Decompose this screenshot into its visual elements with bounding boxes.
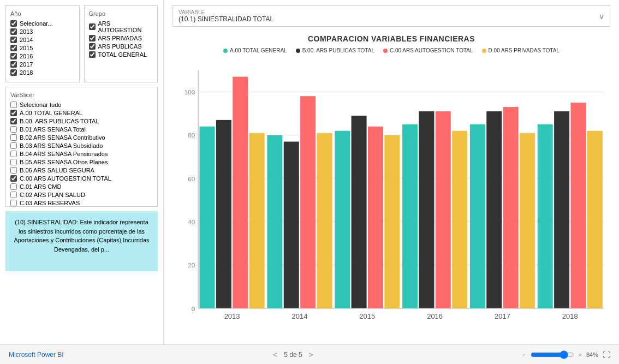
var-label: C.00 ARS AUTOGESTION TOTAL <box>20 175 111 182</box>
var-slicer-item[interactable]: C.01 ARS CMD <box>10 183 153 190</box>
var-slicer-item[interactable]: B.02 ARS SENASA Contributivo <box>10 134 153 141</box>
var-checkbox[interactable] <box>10 110 17 116</box>
svg-rect-23 <box>352 116 367 308</box>
svg-rect-32 <box>470 124 485 308</box>
year-filter-item[interactable]: 2014 <box>10 37 75 43</box>
group-checkbox[interactable] <box>89 23 96 30</box>
var-slicer-item[interactable]: B.03 ARS SENASA Subsidiado <box>10 142 153 149</box>
var-checkbox[interactable] <box>10 167 17 174</box>
group-label: ARS PRIVADAS <box>98 35 142 41</box>
year-filter-item[interactable]: 2018 <box>10 69 75 76</box>
chart-title: COMPARACION VARIABLES FINANCIERAS <box>172 34 610 43</box>
year-checkbox[interactable] <box>10 20 17 27</box>
variable-value: (10.1) SINIESTRALIDAD TOTAL <box>178 15 273 23</box>
var-label: B.02 ARS SENASA Contributivo <box>20 134 105 141</box>
var-checkbox[interactable] <box>10 118 17 124</box>
var-slicer-item[interactable]: B.06 ARS SALUD SEGURA <box>10 167 153 174</box>
legend-item: A.00 TOTAL GENERAL <box>223 47 287 53</box>
zoom-slider[interactable] <box>531 350 574 359</box>
legend-label: C.00 ARS AUTOGESTION TOTAL <box>390 47 473 53</box>
year-label: 2014 <box>20 37 33 43</box>
var-slicer-item[interactable]: C.03 ARS RESERVAS <box>10 200 153 206</box>
var-slicer-item[interactable]: Selecionar tudo <box>10 102 153 108</box>
legend-color-dot <box>296 49 300 53</box>
prev-page-button[interactable]: < <box>273 350 277 359</box>
var-checkbox[interactable] <box>10 175 17 182</box>
year-filter-item[interactable]: 2016 <box>10 53 75 59</box>
var-slicer-item[interactable]: B.05 ARS SENASA Otros Planes <box>10 159 153 165</box>
svg-text:20: 20 <box>188 261 195 268</box>
svg-rect-29 <box>436 111 451 308</box>
group-checkbox[interactable] <box>89 43 96 50</box>
var-checkbox[interactable] <box>10 134 17 141</box>
chart-area: 020406080100201320142015201620172018 <box>172 59 610 339</box>
year-checkbox[interactable] <box>10 61 17 68</box>
year-checkbox[interactable] <box>10 37 17 43</box>
legend-color-dot <box>223 49 228 53</box>
variable-selector[interactable]: VARIABLE (10.1) SINIESTRALIDAD TOTAL ∨ <box>172 5 610 27</box>
legend-color-dot <box>482 49 486 53</box>
plus-icon[interactable]: + <box>579 351 582 358</box>
var-checkbox[interactable] <box>10 183 17 190</box>
year-filter-item[interactable]: 2013 <box>10 28 75 35</box>
year-filter-item[interactable]: 2015 <box>10 45 75 51</box>
year-filter: Año Selecionar...20132014201520162017201… <box>5 5 80 82</box>
var-checkbox[interactable] <box>10 192 17 198</box>
var-checkbox[interactable] <box>10 142 17 149</box>
svg-text:2018: 2018 <box>562 312 578 320</box>
minus-icon[interactable]: − <box>522 351 526 358</box>
var-label: C.03 ARS RESERVAS <box>20 200 80 206</box>
svg-rect-18 <box>284 142 299 308</box>
group-label: ARS AUTOGESTION <box>98 20 153 33</box>
year-checkbox[interactable] <box>10 69 17 76</box>
group-label: ARS PUBLICAS <box>98 43 142 50</box>
info-box: (10) SINIESTRALIDAD: Este indicador repr… <box>5 211 158 271</box>
next-page-button[interactable]: > <box>309 350 313 359</box>
group-filter-item[interactable]: ARS PRIVADAS <box>89 35 153 41</box>
zoom-level: 84% <box>586 351 598 358</box>
year-checkbox[interactable] <box>10 28 17 35</box>
var-slicer-item[interactable]: A.00 TOTAL GENERAL <box>10 110 153 116</box>
group-checkbox[interactable] <box>89 35 96 41</box>
group-checkbox[interactable] <box>89 51 96 58</box>
year-filter-item[interactable]: 2017 <box>10 61 75 68</box>
chart-container: COMPARACION VARIABLES FINANCIERAS A.00 T… <box>172 34 610 339</box>
fullscreen-icon[interactable]: ⛶ <box>603 350 610 359</box>
legend-color-dot <box>383 49 388 53</box>
legend-item: D.00 ARS PRIVADAS TOTAL <box>482 47 560 53</box>
var-slicer-item[interactable]: C.00 ARS AUTOGESTION TOTAL <box>10 175 153 182</box>
var-label: B.04 ARS SENASA Pensionados <box>20 151 108 157</box>
var-slicer: VarSlicer Selecionar tudoA.00 TOTAL GENE… <box>5 87 158 207</box>
var-label: C.01 ARS CMD <box>20 183 61 190</box>
var-label: B.05 ARS SENASA Otros Planes <box>20 159 108 165</box>
year-checkbox[interactable] <box>10 53 17 59</box>
var-slicer-item[interactable]: B.04 ARS SENASA Pensionados <box>10 151 153 157</box>
var-slicer-item[interactable]: B.01 ARS SENASA Total <box>10 126 153 133</box>
group-filter-item[interactable]: ARS PUBLICAS <box>89 43 153 50</box>
var-checkbox[interactable] <box>10 102 17 108</box>
year-filter-item[interactable]: Selecionar... <box>10 20 75 27</box>
var-label: Selecionar tudo <box>20 102 61 108</box>
var-checkbox[interactable] <box>10 151 17 157</box>
pagination-controls: < 5 de 5 > <box>273 350 313 359</box>
svg-rect-15 <box>249 133 265 308</box>
group-filter-item[interactable]: ARS AUTOGESTION <box>89 20 153 33</box>
chevron-down-icon: ∨ <box>599 12 604 21</box>
svg-text:2017: 2017 <box>495 312 510 320</box>
var-slicer-item[interactable]: B.00. ARS PUBLICAS TOTAL <box>10 118 153 124</box>
var-checkbox[interactable] <box>10 126 17 133</box>
var-checkbox[interactable] <box>10 200 17 206</box>
year-checkbox[interactable] <box>10 45 17 51</box>
svg-text:2016: 2016 <box>427 312 443 320</box>
var-checkbox[interactable] <box>10 159 17 165</box>
svg-rect-27 <box>402 124 418 308</box>
var-label: B.06 ARS SALUD SEGURA <box>20 167 94 174</box>
year-label: 2013 <box>20 28 33 35</box>
var-slicer-item[interactable]: C.02 ARS PLAN SALUD <box>10 192 153 198</box>
legend-label: D.00 ARS PRIVADAS TOTAL <box>489 47 560 53</box>
svg-text:2013: 2013 <box>224 312 240 320</box>
power-bi-brand[interactable]: Microsoft Power BI <box>9 351 64 359</box>
svg-rect-25 <box>384 135 400 308</box>
svg-text:2015: 2015 <box>359 312 375 320</box>
group-filter-item[interactable]: TOTAL GENERAL <box>89 51 153 58</box>
